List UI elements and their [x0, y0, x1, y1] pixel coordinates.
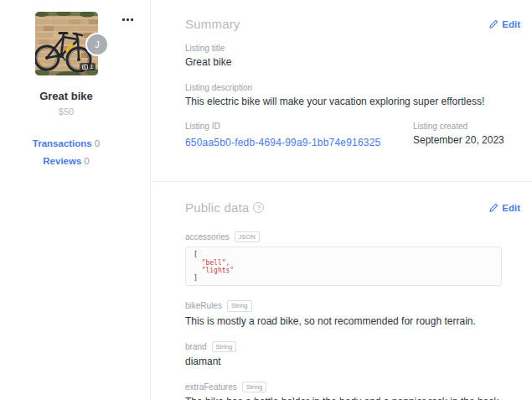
- code-line: [: [194, 251, 493, 258]
- listing-id-label: Listing ID: [185, 122, 413, 131]
- avatar[interactable]: J: [85, 33, 109, 56]
- listing-title-field: Listing title Great bike: [185, 44, 520, 69]
- ellipsis-icon: [127, 18, 129, 21]
- listing-title-label: Listing title: [185, 44, 520, 53]
- field-name-brand: brand: [185, 342, 207, 351]
- listing-detail-panel: Summary Edit Listing title Great bike Li…: [151, 0, 532, 400]
- edit-public-data-button[interactable]: Edit: [489, 203, 520, 213]
- code-line: "lights": [194, 267, 493, 274]
- listing-id-field: Listing ID 650aa5b0-fedb-4694-99a9-1bb74…: [185, 122, 413, 149]
- string-type-badge: String: [227, 300, 252, 311]
- field-name-extra-features: extraFeatures: [185, 382, 237, 392]
- brand-value: diamant: [185, 356, 520, 368]
- edit-summary-button[interactable]: Edit: [489, 19, 520, 29]
- image-icon: [82, 65, 88, 70]
- edit-summary-label: Edit: [502, 19, 520, 29]
- reviews-link[interactable]: Reviews: [43, 156, 81, 166]
- listing-created-value: September 20, 2023: [413, 134, 504, 147]
- sidebar-listing-title: Great bike: [0, 90, 132, 102]
- listing-description-value: This electric bike will make your vacati…: [185, 96, 520, 108]
- extra-features-field: extraFeatures String The bike has a bott…: [185, 382, 520, 400]
- listing-sidebar: 1 J Great bike $50 Transactions0 Reviews…: [0, 0, 151, 400]
- string-type-badge: String: [212, 341, 237, 352]
- listing-meta-row: Listing ID 650aa5b0-fedb-4694-99a9-1bb74…: [185, 122, 520, 149]
- image-count: 1: [90, 63, 93, 70]
- public-data-heading: Public data ?: [185, 200, 264, 215]
- transactions-link[interactable]: Transactions: [33, 138, 92, 148]
- avatar-letter: J: [95, 39, 100, 49]
- code-line: "bell",: [194, 259, 493, 267]
- image-count-badge: 1: [80, 63, 96, 70]
- extra-features-value: The bike has a bottle holder in the body…: [185, 396, 520, 400]
- listing-title-value: Great bike: [185, 56, 520, 69]
- bike-rules-value: This is mostly a road bike, so not recom…: [185, 315, 520, 328]
- summary-heading: Summary: [185, 17, 240, 31]
- bike-rules-field: bikeRules String This is mostly a road b…: [185, 300, 520, 327]
- public-data-section: Public data ? Edit accessories JSON [: [151, 182, 532, 400]
- code-line: ]: [194, 274, 493, 282]
- sidebar-listing-price: $50: [0, 106, 132, 117]
- listing-id-link[interactable]: 650aa5b0-fedb-4694-99a9-1bb74e916325: [185, 137, 380, 148]
- more-options-button[interactable]: [120, 16, 136, 23]
- listing-created-field: Listing created September 20, 2023: [413, 122, 504, 149]
- listing-description-label: Listing description: [185, 83, 520, 92]
- pencil-icon: [489, 203, 498, 212]
- field-name-bike-rules: bikeRules: [185, 301, 222, 310]
- listing-created-label: Listing created: [413, 122, 504, 131]
- transactions-count: 0: [95, 138, 100, 148]
- pencil-icon: [489, 19, 498, 29]
- help-icon[interactable]: ?: [253, 202, 264, 213]
- string-type-badge: String: [242, 382, 267, 392]
- transactions-row: Transactions0: [0, 138, 132, 148]
- json-type-badge: JSON: [235, 231, 260, 242]
- ellipsis-icon: [131, 18, 133, 21]
- edit-public-data-label: Edit: [502, 203, 520, 213]
- field-name-accessories: accessories: [185, 232, 230, 242]
- listing-description-field: Listing description This electric bike w…: [185, 83, 520, 108]
- brand-field: brand String diamant: [185, 341, 520, 368]
- reviews-row: Reviews0: [0, 156, 132, 166]
- ellipsis-icon: [122, 18, 125, 21]
- reviews-count: 0: [84, 156, 89, 166]
- listing-page: 1 J Great bike $50 Transactions0 Reviews…: [0, 0, 532, 400]
- accessories-field: accessories JSON [ "bell", "lights" ]: [185, 231, 520, 286]
- sidebar-links: Transactions0 Reviews0: [0, 138, 132, 166]
- summary-section: Summary Edit Listing title Great bike Li…: [151, 0, 532, 149]
- public-data-heading-label: Public data: [185, 200, 249, 215]
- accessories-code-block: [ "bell", "lights" ]: [185, 247, 502, 286]
